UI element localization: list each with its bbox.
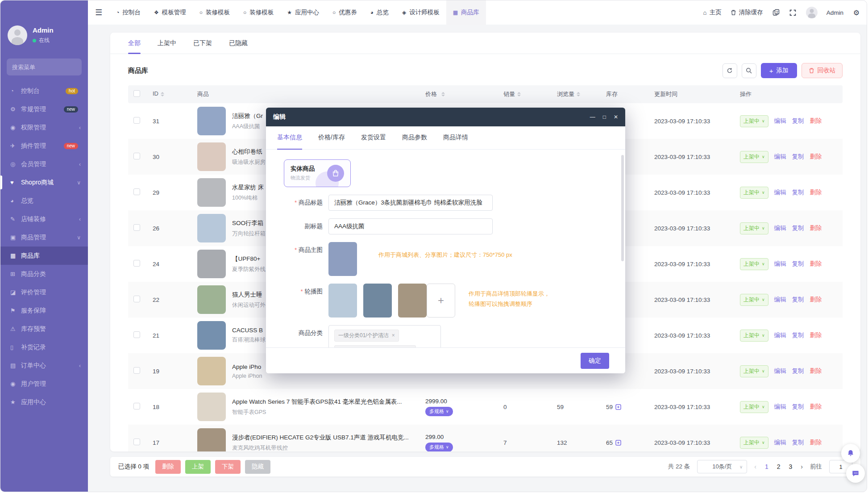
sidebar-item[interactable]: ▦ 商品库	[0, 246, 88, 265]
category-select[interactable]: 一级分类01/个护清洁×二级分类/个护清洁/洗浴用品×三级分类/个护清洁× ∨	[328, 325, 441, 347]
row-checkbox[interactable]	[133, 439, 140, 445]
row-checkbox[interactable]	[133, 117, 140, 124]
edit-link[interactable]: 编辑	[774, 260, 786, 268]
status-dropdown[interactable]: 上架中∨	[740, 115, 768, 127]
chat-fab[interactable]	[846, 464, 865, 483]
copy-link[interactable]: 复制	[792, 403, 804, 411]
status-dropdown[interactable]: 上架中∨	[740, 365, 768, 377]
copy-link[interactable]: 复制	[792, 296, 804, 304]
sidebar-item[interactable]: ◉ 权限管理 ‹	[0, 118, 88, 137]
filter-tab[interactable]: 已下架	[193, 33, 212, 54]
dialog-tab[interactable]: 价格/库存	[318, 126, 345, 150]
bulk-action-button[interactable]: 上架	[185, 460, 211, 474]
home-button[interactable]: ⌂主页	[703, 8, 722, 17]
status-dropdown[interactable]: 上架中∨	[740, 401, 768, 413]
status-dropdown[interactable]: 上架中∨	[740, 330, 768, 342]
copy-link[interactable]: 复制	[792, 260, 804, 268]
nav-tab[interactable]: ○ 装修模板	[237, 0, 280, 25]
dialog-tab[interactable]: 发货设置	[361, 126, 386, 150]
sort-icon[interactable]	[441, 90, 445, 98]
delete-link[interactable]: 删除	[810, 188, 822, 196]
copy-link[interactable]: 复制	[792, 117, 804, 125]
menu-search-input[interactable]	[12, 64, 91, 71]
delete-link[interactable]: 删除	[810, 224, 822, 232]
nav-tab[interactable]: ○ 装修模板	[193, 0, 237, 25]
nav-tab[interactable]: ◈ 设计师模板	[395, 0, 446, 25]
bulk-action-button[interactable]: 隐藏	[245, 460, 270, 474]
close-icon[interactable]: ✕	[614, 114, 618, 120]
refresh-button[interactable]	[723, 63, 737, 78]
row-checkbox[interactable]	[133, 153, 140, 159]
row-checkbox[interactable]	[133, 260, 140, 267]
page-number[interactable]: 2	[777, 463, 781, 470]
edit-link[interactable]: 编辑	[774, 188, 786, 196]
sidebar-item[interactable]: ◪ 评价管理	[0, 283, 88, 301]
add-button[interactable]: +添加	[761, 63, 797, 78]
dialog-tab[interactable]: 商品参数	[402, 126, 427, 150]
status-dropdown[interactable]: 上架中∨	[740, 258, 768, 270]
sidebar-item[interactable]: ▣ 商品管理 ∨	[0, 228, 88, 246]
row-checkbox[interactable]	[133, 224, 140, 231]
bulk-action-button[interactable]: 删除	[155, 460, 181, 474]
status-dropdown[interactable]: 上架中∨	[740, 187, 768, 199]
delete-link[interactable]: 删除	[810, 403, 822, 411]
main-image-thumbnail[interactable]	[328, 242, 357, 276]
sidebar-item[interactable]: ✈ 插件管理 new	[0, 137, 88, 155]
sort-icon[interactable]	[577, 90, 580, 98]
delete-link[interactable]: 删除	[810, 117, 822, 125]
edit-link[interactable]: 编辑	[774, 403, 786, 411]
row-checkbox[interactable]	[133, 331, 140, 338]
sidebar-item[interactable]: ♥ Shopro商城 ∨	[0, 173, 88, 192]
delete-link[interactable]: 删除	[810, 153, 822, 161]
delete-link[interactable]: 删除	[810, 367, 822, 375]
status-dropdown[interactable]: 上架中∨	[740, 437, 768, 449]
carousel-thumbnail[interactable]	[328, 284, 357, 318]
stock-edit-icon[interactable]	[615, 404, 621, 410]
prev-page-icon[interactable]: ‹	[754, 463, 756, 470]
nav-tab[interactable]: ○ 优惠券	[326, 0, 364, 25]
edit-link[interactable]: 编辑	[774, 367, 786, 375]
filter-tab[interactable]: 上架中	[158, 33, 176, 54]
sidebar-item[interactable]: ✎ 店铺装修 ‹	[0, 210, 88, 228]
page-number[interactable]: 3	[789, 463, 793, 470]
search-button[interactable]	[742, 63, 756, 78]
edit-link[interactable]: 编辑	[774, 439, 786, 447]
status-dropdown[interactable]: 上架中∨	[740, 222, 768, 234]
nav-tab[interactable]: ◕ 总览	[364, 0, 395, 25]
goods-title-input[interactable]	[328, 195, 493, 211]
sidebar-item[interactable]: ▯ 补货记录	[0, 338, 88, 356]
user-avatar[interactable]	[8, 25, 27, 45]
sidebar-item[interactable]: ★ 应用中心	[0, 393, 88, 411]
row-checkbox[interactable]	[133, 403, 140, 409]
sidebar-item[interactable]: ◕ 总览	[0, 192, 88, 210]
dialog-header[interactable]: 编辑 — □ ✕	[266, 108, 625, 126]
filter-tab[interactable]: 全部	[128, 33, 141, 54]
multi-spec-badge[interactable]: 多规格∨	[425, 407, 453, 416]
filter-tab[interactable]: 已隐藏	[229, 33, 248, 54]
recycle-bin-button[interactable]: 回收站	[802, 63, 843, 78]
copy-link[interactable]: 复制	[792, 153, 804, 161]
navbar-user-name[interactable]: Admin	[826, 9, 843, 16]
row-checkbox[interactable]	[133, 367, 140, 374]
sidebar-item[interactable]: ◔ 控制台 hot	[0, 82, 88, 100]
row-checkbox[interactable]	[133, 188, 140, 195]
bulk-action-button[interactable]: 下架	[215, 460, 241, 474]
sidebar-item[interactable]: ⚙ 常规管理 new	[0, 100, 88, 118]
status-dropdown[interactable]: 上架中∨	[740, 294, 768, 306]
gear-icon[interactable]: ⚙	[852, 8, 860, 17]
sidebar-item[interactable]: ◉ 用户管理	[0, 375, 88, 393]
status-dropdown[interactable]: 上架中∨	[740, 151, 768, 163]
edit-link[interactable]: 编辑	[774, 331, 786, 339]
confirm-button[interactable]: 确定	[581, 353, 609, 369]
copy-link[interactable]: 复制	[792, 439, 804, 447]
nav-tab[interactable]: ❖ 模板管理	[147, 0, 193, 25]
page-number[interactable]: 1	[765, 463, 768, 470]
delete-link[interactable]: 删除	[810, 296, 822, 304]
fullscreen-icon[interactable]	[789, 8, 797, 17]
select-all-checkbox[interactable]	[133, 90, 140, 97]
clear-cache-button[interactable]: 清除缓存	[731, 8, 763, 17]
edit-link[interactable]: 编辑	[774, 296, 786, 304]
nav-tab[interactable]: ▦ 商品库	[446, 0, 486, 25]
row-checkbox[interactable]	[133, 296, 140, 302]
minimize-button[interactable]: —	[590, 114, 595, 120]
